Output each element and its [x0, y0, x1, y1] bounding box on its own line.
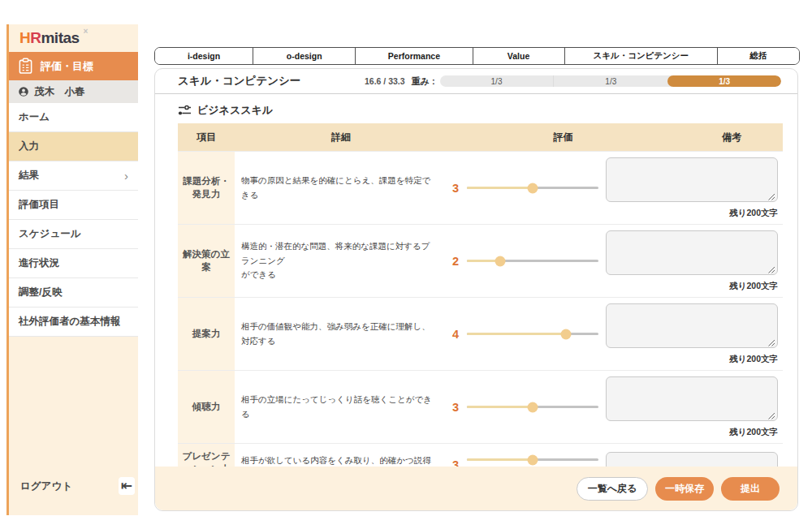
column-header-rating: 評価	[447, 131, 606, 144]
footer-button-label: 一時保存	[665, 483, 704, 494]
tab-label: Performance	[388, 51, 440, 61]
sidebar-item-label: 評価項目	[19, 198, 59, 212]
rating-slider[interactable]	[467, 333, 598, 335]
logo-letter-h: H	[19, 29, 30, 47]
footer-button-label: 一覧へ戻る	[588, 483, 637, 494]
section-title: ビジネススキル	[197, 103, 273, 118]
weight-segment-label: 1/3	[491, 77, 503, 86]
weight-segment: 1/3	[553, 75, 667, 87]
slider-fill	[467, 333, 566, 335]
tab-label: i-design	[188, 51, 220, 61]
sidebar-item-label: スケジュール	[19, 227, 80, 241]
logo-mark: ×	[84, 27, 88, 36]
rating-slider[interactable]	[467, 458, 598, 461]
tab[interactable]: スキル・コンピテンシー	[565, 48, 718, 64]
sidebar-item[interactable]: スケジュール ›	[9, 220, 138, 249]
sidebar-item-label: 調整/反映	[19, 286, 62, 299]
sidebar-item-label: 社外評価者の基本情報	[19, 315, 120, 329]
remarks-cell: 残り200文字	[606, 371, 783, 443]
slider-fill	[467, 406, 533, 408]
logo-letter-r: R	[30, 29, 41, 47]
tab[interactable]: i-design	[155, 48, 253, 64]
sidebar-item[interactable]: ホーム ›	[9, 103, 138, 132]
skill-name-cell: 傾聴力	[178, 371, 235, 443]
table-header: 項目 詳細 評価 備考	[178, 123, 783, 151]
panel-header: スキル・コンピテンシー 16.6 / 33.3 重み : 1/3 1/3	[155, 69, 797, 94]
slider-handle[interactable]	[528, 402, 538, 412]
tab[interactable]: 総括	[718, 48, 799, 64]
slider-handle[interactable]	[528, 183, 538, 193]
remaining-chars: 残り200文字	[729, 354, 778, 365]
evaluation-panel: スキル・コンピテンシー 16.6 / 33.3 重み : 1/3 1/3	[154, 68, 798, 511]
skill-detail-cell: 構造的・潜在的な問題、将来的な課題に対するプランニング ができる	[235, 225, 447, 297]
table-row: 課題分析・ 発見力 物事の原因と結果を的確にとらえ、課題を特定できる 3	[178, 151, 783, 224]
rating-slider[interactable]	[467, 260, 598, 262]
footer-button-label: 提出	[741, 483, 760, 494]
tab-bar: i-design o-design Performance Value スキル・…	[154, 47, 800, 65]
tab[interactable]: Performance	[356, 48, 473, 64]
remarks-textarea-wrap	[606, 303, 778, 351]
remaining-chars: 残り200文字	[729, 208, 778, 219]
sidebar-item-label: ホーム	[19, 110, 50, 124]
section-title-row: ビジネススキル	[178, 101, 780, 120]
rating-cell: 3	[447, 371, 606, 443]
remarks-textarea[interactable]	[606, 303, 778, 348]
weight-segment-label: 1/3	[605, 77, 616, 86]
sidebar-item[interactable]: 評価項目 ›	[9, 191, 138, 220]
logout-button[interactable]: ログアウト	[20, 480, 72, 493]
sidebar-item[interactable]: 結果 ›	[9, 161, 138, 191]
slider-handle[interactable]	[495, 256, 505, 266]
remaining-chars: 残り200文字	[729, 281, 778, 292]
remarks-textarea[interactable]	[606, 376, 778, 421]
sidebar-item[interactable]: 社外評価者の基本情報 ›	[9, 308, 138, 337]
footer-button[interactable]: 一覧へ戻る	[577, 477, 648, 501]
remarks-textarea[interactable]	[606, 157, 778, 202]
sidebar-item-label: 入力	[19, 140, 39, 153]
remarks-cell: 残り200文字	[606, 298, 783, 370]
user-name: 茂木 小春	[34, 85, 85, 99]
skill-detail-cell: 相手の価値観や能力、強み弱みを正確に理解し、対応する	[235, 298, 447, 370]
skill-detail-cell: 物事の原因と結果を的確にとらえ、課題を特定できる	[235, 152, 447, 224]
logo-text: mitas	[41, 29, 79, 47]
evaluation-table: 項目 詳細 評価 備考 課題分析・ 発見力 物事の原因と結果を的確にとらえ、課題…	[178, 123, 783, 511]
rating-slider[interactable]	[467, 406, 598, 408]
sidebar: HRmitas × 評価・目標 茂木 小春	[6, 24, 138, 515]
column-header-remarks: 備考	[606, 131, 783, 144]
tab-label: Value	[508, 51, 529, 61]
user-icon	[18, 86, 29, 97]
sidebar-item-label: 進行状況	[19, 256, 59, 270]
tab[interactable]: Value	[473, 48, 565, 64]
slider-handle[interactable]	[528, 454, 538, 465]
rating-value: 3	[447, 401, 459, 414]
page-title: スキル・コンピテンシー	[178, 74, 365, 88]
sidebar-nav: ホーム › 入力 › 結果 › 評価項目 ›	[9, 103, 138, 337]
weight-segment-label: 1/3	[719, 77, 730, 86]
rating-value: 3	[447, 182, 459, 195]
remarks-textarea[interactable]	[606, 230, 778, 275]
rating-value: 2	[447, 255, 459, 268]
panel-content: ビジネススキル 項目 詳細 評価 備考 課題分析・ 発見力	[155, 94, 797, 511]
slider-handle[interactable]	[560, 329, 571, 339]
app: HRmitas × 評価・目標 茂木 小春	[0, 0, 812, 529]
tab[interactable]: o-design	[253, 48, 356, 64]
tune-icon	[178, 105, 191, 116]
skill-detail-cell: 相手の立場にたってじっくり話を聴くことができる	[235, 371, 447, 443]
sidebar-section-evaluation-goals[interactable]: 評価・目標	[9, 52, 138, 80]
column-header-detail: 詳細	[235, 131, 447, 144]
sidebar-item[interactable]: 入力 ›	[9, 132, 138, 161]
skill-name-cell: 解決策の立 案	[178, 225, 235, 297]
weight-segment: 1/3	[667, 75, 781, 87]
rating-cell: 2	[447, 225, 606, 297]
tab-label: スキル・コンピテンシー	[593, 50, 689, 62]
rating-slider[interactable]	[467, 187, 598, 189]
score-value: 16.6 / 33.3	[365, 76, 405, 86]
footer-button[interactable]: 一時保存	[655, 477, 714, 501]
collapse-sidebar-icon[interactable]: ⇤	[119, 477, 135, 495]
skill-name-cell: 提案力	[178, 298, 235, 370]
tab-label: o-design	[287, 51, 322, 61]
footer-button[interactable]: 提出	[721, 477, 780, 501]
sidebar-item[interactable]: 調整/反映 ›	[9, 278, 138, 308]
sidebar-item[interactable]: 進行状況 ›	[9, 249, 138, 278]
table-row: 解決策の立 案 構造的・潜在的な問題、将来的な課題に対するプランニング ができる…	[178, 224, 783, 297]
slider-fill	[467, 187, 533, 189]
